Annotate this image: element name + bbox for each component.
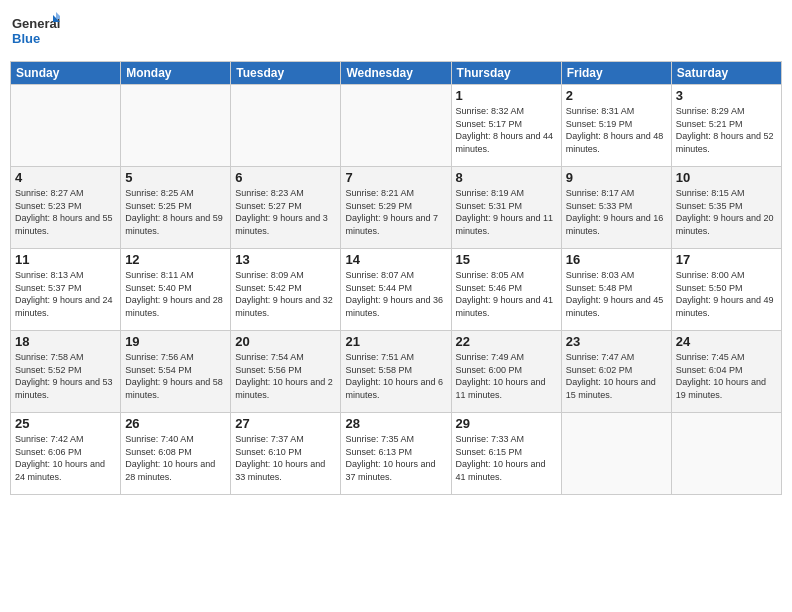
calendar-table: SundayMondayTuesdayWednesdayThursdayFrid… [10,61,782,495]
day-number: 23 [566,334,667,349]
day-info: Sunrise: 7:33 AM Sunset: 6:15 PM Dayligh… [456,433,557,483]
calendar-cell [231,85,341,167]
day-info: Sunrise: 7:35 AM Sunset: 6:13 PM Dayligh… [345,433,446,483]
col-header-monday: Monday [121,62,231,85]
day-number: 6 [235,170,336,185]
day-info: Sunrise: 8:31 AM Sunset: 5:19 PM Dayligh… [566,105,667,155]
day-info: Sunrise: 7:37 AM Sunset: 6:10 PM Dayligh… [235,433,336,483]
day-info: Sunrise: 7:58 AM Sunset: 5:52 PM Dayligh… [15,351,116,401]
day-info: Sunrise: 7:47 AM Sunset: 6:02 PM Dayligh… [566,351,667,401]
day-info: Sunrise: 8:00 AM Sunset: 5:50 PM Dayligh… [676,269,777,319]
calendar-week-4: 18Sunrise: 7:58 AM Sunset: 5:52 PM Dayli… [11,331,782,413]
day-number: 2 [566,88,667,103]
day-number: 11 [15,252,116,267]
day-number: 16 [566,252,667,267]
day-info: Sunrise: 7:40 AM Sunset: 6:08 PM Dayligh… [125,433,226,483]
col-header-tuesday: Tuesday [231,62,341,85]
svg-text:Blue: Blue [12,31,40,46]
day-number: 7 [345,170,446,185]
svg-text:General: General [12,16,60,31]
day-number: 19 [125,334,226,349]
calendar-cell: 9Sunrise: 8:17 AM Sunset: 5:33 PM Daylig… [561,167,671,249]
day-info: Sunrise: 8:29 AM Sunset: 5:21 PM Dayligh… [676,105,777,155]
day-number: 22 [456,334,557,349]
calendar-cell: 27Sunrise: 7:37 AM Sunset: 6:10 PM Dayli… [231,413,341,495]
day-info: Sunrise: 8:07 AM Sunset: 5:44 PM Dayligh… [345,269,446,319]
day-number: 29 [456,416,557,431]
day-number: 21 [345,334,446,349]
day-number: 14 [345,252,446,267]
calendar-cell: 22Sunrise: 7:49 AM Sunset: 6:00 PM Dayli… [451,331,561,413]
day-number: 25 [15,416,116,431]
calendar-cell: 14Sunrise: 8:07 AM Sunset: 5:44 PM Dayli… [341,249,451,331]
calendar-cell [341,85,451,167]
day-info: Sunrise: 8:05 AM Sunset: 5:46 PM Dayligh… [456,269,557,319]
calendar-cell: 2Sunrise: 8:31 AM Sunset: 5:19 PM Daylig… [561,85,671,167]
col-header-wednesday: Wednesday [341,62,451,85]
day-info: Sunrise: 8:17 AM Sunset: 5:33 PM Dayligh… [566,187,667,237]
svg-marker-3 [56,12,60,19]
day-number: 17 [676,252,777,267]
calendar-cell: 16Sunrise: 8:03 AM Sunset: 5:48 PM Dayli… [561,249,671,331]
calendar-cell: 5Sunrise: 8:25 AM Sunset: 5:25 PM Daylig… [121,167,231,249]
calendar-cell: 24Sunrise: 7:45 AM Sunset: 6:04 PM Dayli… [671,331,781,413]
day-number: 3 [676,88,777,103]
calendar-cell: 13Sunrise: 8:09 AM Sunset: 5:42 PM Dayli… [231,249,341,331]
day-number: 20 [235,334,336,349]
day-number: 18 [15,334,116,349]
day-number: 5 [125,170,226,185]
day-number: 27 [235,416,336,431]
page: General Blue SundayMondayTuesdayWednesda… [0,0,792,612]
calendar-week-1: 1Sunrise: 8:32 AM Sunset: 5:17 PM Daylig… [11,85,782,167]
calendar-cell: 7Sunrise: 8:21 AM Sunset: 5:29 PM Daylig… [341,167,451,249]
day-number: 12 [125,252,226,267]
calendar-cell: 11Sunrise: 8:13 AM Sunset: 5:37 PM Dayli… [11,249,121,331]
calendar-week-5: 25Sunrise: 7:42 AM Sunset: 6:06 PM Dayli… [11,413,782,495]
day-number: 10 [676,170,777,185]
day-number: 8 [456,170,557,185]
calendar-cell: 26Sunrise: 7:40 AM Sunset: 6:08 PM Dayli… [121,413,231,495]
calendar-cell: 28Sunrise: 7:35 AM Sunset: 6:13 PM Dayli… [341,413,451,495]
calendar-cell [671,413,781,495]
day-info: Sunrise: 8:03 AM Sunset: 5:48 PM Dayligh… [566,269,667,319]
calendar-week-3: 11Sunrise: 8:13 AM Sunset: 5:37 PM Dayli… [11,249,782,331]
col-header-sunday: Sunday [11,62,121,85]
col-header-friday: Friday [561,62,671,85]
day-number: 1 [456,88,557,103]
calendar-cell: 8Sunrise: 8:19 AM Sunset: 5:31 PM Daylig… [451,167,561,249]
calendar-cell: 15Sunrise: 8:05 AM Sunset: 5:46 PM Dayli… [451,249,561,331]
day-info: Sunrise: 8:13 AM Sunset: 5:37 PM Dayligh… [15,269,116,319]
calendar-cell [561,413,671,495]
calendar-cell: 3Sunrise: 8:29 AM Sunset: 5:21 PM Daylig… [671,85,781,167]
logo: General Blue [10,10,60,55]
calendar-cell: 20Sunrise: 7:54 AM Sunset: 5:56 PM Dayli… [231,331,341,413]
header: General Blue [10,10,782,55]
day-number: 28 [345,416,446,431]
col-header-thursday: Thursday [451,62,561,85]
calendar-cell: 21Sunrise: 7:51 AM Sunset: 5:58 PM Dayli… [341,331,451,413]
calendar-cell: 19Sunrise: 7:56 AM Sunset: 5:54 PM Dayli… [121,331,231,413]
day-info: Sunrise: 8:23 AM Sunset: 5:27 PM Dayligh… [235,187,336,237]
day-info: Sunrise: 7:51 AM Sunset: 5:58 PM Dayligh… [345,351,446,401]
day-info: Sunrise: 7:45 AM Sunset: 6:04 PM Dayligh… [676,351,777,401]
day-info: Sunrise: 7:49 AM Sunset: 6:00 PM Dayligh… [456,351,557,401]
calendar-cell: 17Sunrise: 8:00 AM Sunset: 5:50 PM Dayli… [671,249,781,331]
day-info: Sunrise: 8:32 AM Sunset: 5:17 PM Dayligh… [456,105,557,155]
calendar-cell: 29Sunrise: 7:33 AM Sunset: 6:15 PM Dayli… [451,413,561,495]
day-number: 13 [235,252,336,267]
day-number: 4 [15,170,116,185]
calendar-cell: 23Sunrise: 7:47 AM Sunset: 6:02 PM Dayli… [561,331,671,413]
calendar-cell: 1Sunrise: 8:32 AM Sunset: 5:17 PM Daylig… [451,85,561,167]
day-number: 24 [676,334,777,349]
day-info: Sunrise: 8:19 AM Sunset: 5:31 PM Dayligh… [456,187,557,237]
day-info: Sunrise: 7:56 AM Sunset: 5:54 PM Dayligh… [125,351,226,401]
calendar-cell: 6Sunrise: 8:23 AM Sunset: 5:27 PM Daylig… [231,167,341,249]
calendar-cell: 12Sunrise: 8:11 AM Sunset: 5:40 PM Dayli… [121,249,231,331]
calendar-cell [121,85,231,167]
day-info: Sunrise: 8:27 AM Sunset: 5:23 PM Dayligh… [15,187,116,237]
day-info: Sunrise: 8:21 AM Sunset: 5:29 PM Dayligh… [345,187,446,237]
logo-svg: General Blue [10,10,60,55]
calendar-cell: 4Sunrise: 8:27 AM Sunset: 5:23 PM Daylig… [11,167,121,249]
day-info: Sunrise: 8:15 AM Sunset: 5:35 PM Dayligh… [676,187,777,237]
day-info: Sunrise: 7:54 AM Sunset: 5:56 PM Dayligh… [235,351,336,401]
